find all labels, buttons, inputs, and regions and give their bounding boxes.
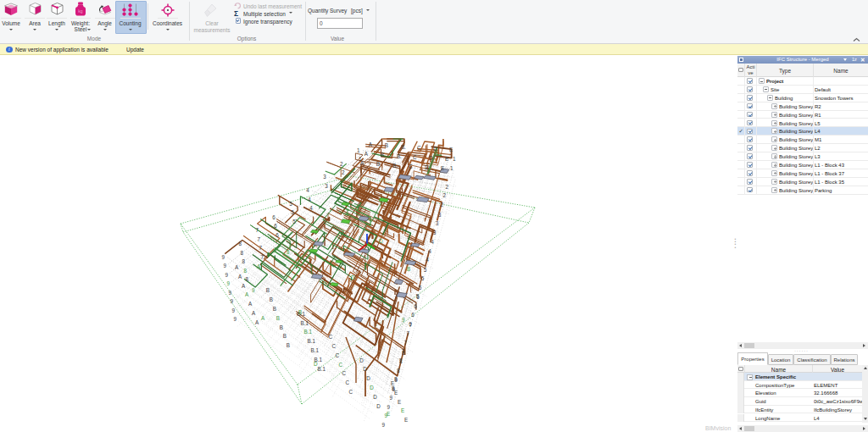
svg-text:C: C bbox=[348, 389, 353, 395]
svg-text:2: 2 bbox=[340, 161, 343, 167]
svg-text:8: 8 bbox=[240, 250, 243, 256]
svg-text:B.1: B.1 bbox=[304, 329, 313, 335]
svg-text:4: 4 bbox=[428, 248, 431, 254]
svg-text:C: C bbox=[331, 343, 336, 349]
svg-text:B: B bbox=[298, 309, 302, 315]
svg-text:6: 6 bbox=[411, 312, 415, 318]
svg-text:3: 3 bbox=[438, 212, 442, 218]
svg-text:D: D bbox=[363, 366, 367, 372]
svg-text:D: D bbox=[359, 357, 364, 363]
svg-text:3: 3 bbox=[436, 220, 439, 226]
svg-text:E: E bbox=[387, 411, 390, 417]
svg-text:C: C bbox=[335, 352, 339, 358]
svg-text:6: 6 bbox=[275, 232, 279, 238]
svg-text:B: B bbox=[280, 324, 283, 330]
svg-text:7: 7 bbox=[257, 236, 260, 242]
svg-text:9: 9 bbox=[229, 290, 232, 296]
svg-text:C: C bbox=[409, 163, 413, 169]
svg-text:C: C bbox=[413, 154, 417, 160]
svg-text:A: A bbox=[238, 274, 242, 280]
svg-text:7: 7 bbox=[407, 330, 410, 336]
svg-text:4: 4 bbox=[426, 257, 429, 263]
svg-text:A: A bbox=[261, 315, 265, 321]
svg-text:B.1: B.1 bbox=[311, 347, 320, 353]
svg-text:B: B bbox=[266, 287, 270, 293]
svg-text:5: 5 bbox=[292, 219, 296, 224]
svg-text:6: 6 bbox=[414, 303, 417, 309]
svg-text:E: E bbox=[449, 147, 453, 152]
svg-text:B.1: B.1 bbox=[318, 366, 326, 372]
svg-text:9: 9 bbox=[382, 422, 386, 428]
svg-text:9: 9 bbox=[225, 272, 229, 278]
svg-text:D: D bbox=[433, 146, 437, 152]
svg-text:A: A bbox=[252, 310, 256, 316]
svg-text:5: 5 bbox=[424, 267, 427, 273]
svg-text:9: 9 bbox=[252, 287, 255, 293]
svg-text:9: 9 bbox=[222, 254, 225, 260]
svg-text:5: 5 bbox=[419, 285, 422, 291]
svg-text:D: D bbox=[366, 375, 370, 381]
svg-text:B.1: B.1 bbox=[308, 338, 316, 344]
svg-text:E: E bbox=[404, 417, 408, 423]
svg-text:8: 8 bbox=[245, 276, 248, 282]
svg-text:2: 2 bbox=[440, 202, 443, 208]
svg-text:1: 1 bbox=[357, 147, 360, 153]
svg-text:2: 2 bbox=[442, 192, 446, 198]
svg-text:A: A bbox=[235, 264, 239, 270]
svg-text:B: B bbox=[376, 161, 380, 167]
svg-text:A: A bbox=[248, 301, 253, 307]
svg-text:B: B bbox=[273, 306, 276, 312]
svg-text:9: 9 bbox=[234, 316, 237, 322]
svg-text:9: 9 bbox=[395, 377, 398, 383]
svg-text:C: C bbox=[328, 334, 332, 340]
svg-text:7: 7 bbox=[409, 322, 413, 328]
svg-text:kg: kg bbox=[78, 8, 83, 14]
svg-text:3: 3 bbox=[323, 174, 326, 180]
svg-text:8: 8 bbox=[243, 268, 247, 274]
svg-text:5: 5 bbox=[291, 209, 294, 215]
svg-text:2: 2 bbox=[445, 184, 448, 190]
svg-text:E: E bbox=[401, 407, 404, 413]
svg-text:4: 4 bbox=[306, 187, 309, 193]
svg-text:9: 9 bbox=[387, 404, 391, 410]
svg-text:C: C bbox=[345, 379, 349, 385]
svg-text:3: 3 bbox=[325, 183, 328, 189]
svg-text:B: B bbox=[385, 142, 388, 148]
svg-text:D: D bbox=[370, 385, 374, 390]
svg-text:D: D bbox=[379, 238, 383, 244]
svg-text:9: 9 bbox=[402, 317, 405, 323]
svg-text:8: 8 bbox=[356, 205, 359, 211]
svg-text:8: 8 bbox=[242, 258, 245, 264]
svg-text:8: 8 bbox=[402, 350, 405, 356]
svg-text:D: D bbox=[425, 164, 429, 170]
svg-text:E: E bbox=[441, 165, 444, 171]
svg-text:3: 3 bbox=[433, 230, 437, 235]
svg-text:A: A bbox=[245, 291, 249, 297]
svg-text:1: 1 bbox=[453, 156, 456, 162]
svg-text:5: 5 bbox=[289, 201, 292, 207]
svg-text:8: 8 bbox=[397, 368, 400, 374]
svg-text:6: 6 bbox=[272, 214, 275, 220]
svg-text:7: 7 bbox=[259, 245, 262, 251]
svg-text:B: B bbox=[381, 152, 384, 158]
svg-text:5: 5 bbox=[421, 275, 425, 281]
svg-text:9: 9 bbox=[232, 307, 236, 313]
svg-text:E: E bbox=[394, 390, 398, 396]
svg-text:1: 1 bbox=[450, 165, 453, 171]
svg-text:4: 4 bbox=[309, 205, 313, 211]
svg-text:E: E bbox=[398, 399, 401, 405]
svg-text:4: 4 bbox=[431, 239, 434, 245]
svg-text:B: B bbox=[287, 342, 290, 348]
svg-text:7: 7 bbox=[260, 254, 264, 260]
svg-text:C: C bbox=[417, 145, 421, 151]
svg-text:9: 9 bbox=[227, 280, 231, 286]
svg-text:B: B bbox=[283, 333, 287, 339]
svg-text:B: B bbox=[276, 315, 280, 321]
svg-text:9: 9 bbox=[224, 263, 227, 269]
svg-text:B.: B. bbox=[397, 153, 402, 159]
svg-text:D: D bbox=[351, 274, 355, 280]
svg-text:E: E bbox=[391, 380, 394, 386]
svg-text:E: E bbox=[445, 156, 448, 162]
svg-text:B: B bbox=[407, 266, 410, 272]
svg-text:C: C bbox=[338, 362, 342, 368]
